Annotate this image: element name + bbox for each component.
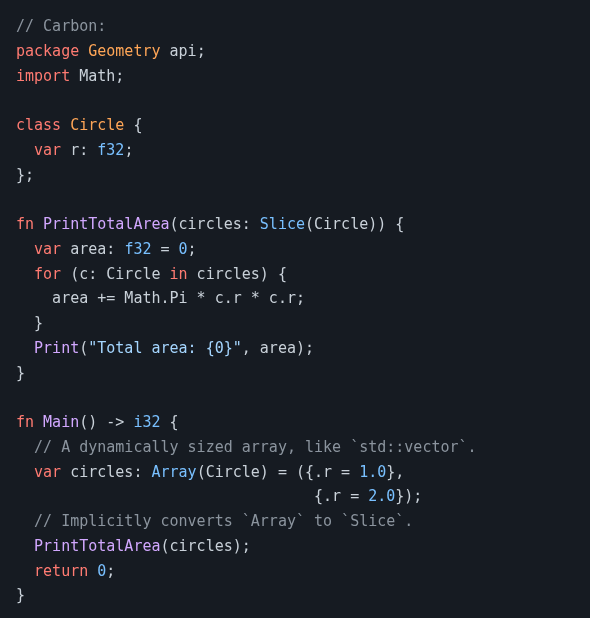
code-token: // Implicitly converts `Array` to `Slice… bbox=[34, 512, 413, 530]
code-token: 0 bbox=[179, 240, 188, 258]
code-token: 2.0 bbox=[368, 487, 395, 505]
code-token bbox=[70, 67, 79, 85]
code-token bbox=[61, 116, 70, 134]
code-token: ; bbox=[106, 562, 115, 580]
code-token: ; bbox=[197, 42, 206, 60]
code-token: Array bbox=[151, 463, 196, 481]
code-token: (circles); bbox=[161, 537, 251, 555]
code-token: }; bbox=[16, 166, 34, 184]
code-token: circles) { bbox=[188, 265, 287, 283]
code-token: 1.0 bbox=[359, 463, 386, 481]
code-token: } bbox=[16, 586, 25, 604]
code-token: (c: Circle bbox=[61, 265, 169, 283]
code-token: (circles: bbox=[170, 215, 260, 233]
code-token: (Circle)) { bbox=[305, 215, 404, 233]
code-token: Main bbox=[43, 413, 79, 431]
code-token: f32 bbox=[124, 240, 151, 258]
code-token: Geometry bbox=[88, 42, 160, 60]
code-token: import bbox=[16, 67, 70, 85]
code-token: f32 bbox=[97, 141, 124, 159]
code-token: for bbox=[34, 265, 61, 283]
code-token bbox=[16, 512, 34, 530]
code-token: } bbox=[16, 364, 25, 382]
code-token bbox=[79, 42, 88, 60]
code-token bbox=[34, 215, 43, 233]
code-token: var bbox=[34, 240, 61, 258]
code-token: i32 bbox=[133, 413, 160, 431]
code-token: fn bbox=[16, 215, 34, 233]
code-token: PrintTotalArea bbox=[43, 215, 169, 233]
code-token bbox=[16, 339, 34, 357]
code-token: r: bbox=[61, 141, 97, 159]
code-token: ( bbox=[79, 339, 88, 357]
code-token bbox=[34, 413, 43, 431]
code-token: in bbox=[170, 265, 188, 283]
code-token: Circle bbox=[70, 116, 124, 134]
code-token: , area); bbox=[242, 339, 314, 357]
code-block: // Carbon: package Geometry api; import … bbox=[16, 14, 574, 608]
code-token: }, bbox=[386, 463, 404, 481]
code-token bbox=[161, 42, 170, 60]
code-token bbox=[16, 141, 34, 159]
code-token: PrintTotalArea bbox=[34, 537, 160, 555]
code-token: return bbox=[34, 562, 88, 580]
code-token bbox=[16, 537, 34, 555]
code-token: Slice bbox=[260, 215, 305, 233]
code-token: // Carbon: bbox=[16, 17, 106, 35]
code-token: { bbox=[161, 413, 179, 431]
code-token: api bbox=[170, 42, 197, 60]
code-token: ; bbox=[124, 141, 133, 159]
code-token: 0 bbox=[97, 562, 106, 580]
code-token: package bbox=[16, 42, 79, 60]
code-token bbox=[16, 463, 34, 481]
code-token bbox=[16, 240, 34, 258]
code-token: Print bbox=[34, 339, 79, 357]
code-token: area: bbox=[61, 240, 124, 258]
code-token: // A dynamically sized array, like `std:… bbox=[34, 438, 477, 456]
code-content: // Carbon: package Geometry api; import … bbox=[16, 17, 477, 604]
code-token: class bbox=[16, 116, 61, 134]
code-token: () -> bbox=[79, 413, 133, 431]
code-token: ; bbox=[188, 240, 197, 258]
code-token: }); bbox=[395, 487, 422, 505]
code-token: ; bbox=[115, 67, 124, 85]
code-token: fn bbox=[16, 413, 34, 431]
code-token: Math bbox=[79, 67, 115, 85]
code-token: { bbox=[124, 116, 142, 134]
code-token: circles: bbox=[61, 463, 151, 481]
code-token: var bbox=[34, 463, 61, 481]
code-token bbox=[16, 438, 34, 456]
code-token: (Circle) = ({.r = bbox=[197, 463, 360, 481]
code-token: = bbox=[151, 240, 178, 258]
code-token bbox=[16, 265, 34, 283]
code-token bbox=[16, 562, 34, 580]
code-token: "Total area: {0}" bbox=[88, 339, 242, 357]
code-token: area += Math.Pi * c.r * c.r; bbox=[16, 289, 305, 307]
code-token: {.r = bbox=[16, 487, 368, 505]
code-token: var bbox=[34, 141, 61, 159]
code-token bbox=[88, 562, 97, 580]
code-token: } bbox=[16, 314, 43, 332]
